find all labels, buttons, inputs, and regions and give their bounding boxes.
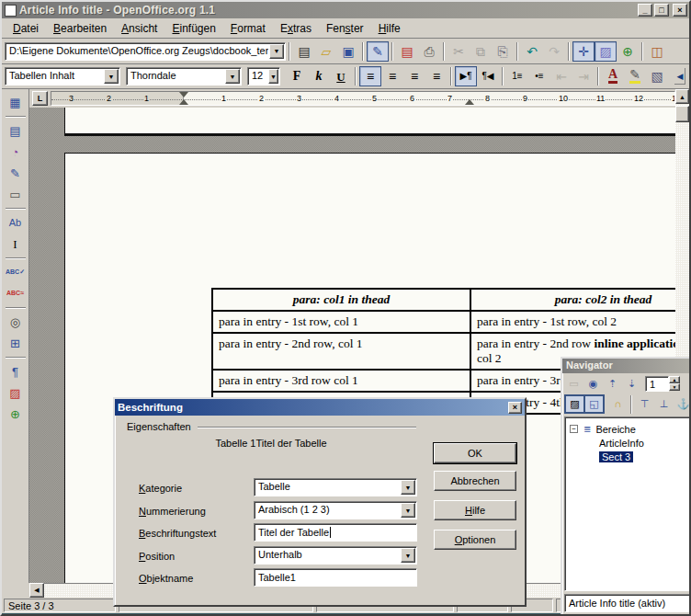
numbering-button[interactable]: 1≡ — [506, 66, 528, 86]
auto-spellcheck-button[interactable]: ABC≈ — [4, 283, 28, 304]
menu-bearbeiten[interactable]: Bearbeiten — [46, 19, 114, 38]
tree-item-bereiche[interactable]: − ≣ Bereiche — [565, 422, 690, 436]
url-dropdown-button[interactable]: ▼ — [269, 44, 284, 59]
undo-button[interactable]: ↶ — [521, 41, 543, 62]
spellcheck-button[interactable]: ABC✓ — [4, 262, 28, 283]
tree-item-articleinfo[interactable]: ArticleInfo — [565, 436, 690, 450]
kategorie-value[interactable]: Tabelle — [255, 479, 400, 496]
anchor-text-button[interactable]: ⚓ — [674, 395, 691, 413]
toggle-button[interactable]: ▭ — [564, 375, 583, 393]
kategorie-combobox[interactable]: Tabelle ▼ — [254, 478, 417, 496]
content-view-master-button[interactable]: ▨ — [565, 395, 584, 413]
ruler-strip[interactable]: 3 2 1 1 2 3 4 5 6 7 8 9 10 11 — [51, 91, 675, 106]
vertical-scroll-thumb[interactable] — [675, 106, 689, 122]
font-size-combobox[interactable]: 12 ▼ — [247, 67, 280, 86]
background-color-button[interactable]: ▧ — [646, 66, 668, 86]
paragraph-style-value[interactable]: Tabellen Inhalt — [6, 68, 103, 85]
collapse-expander-icon[interactable]: − — [570, 425, 578, 433]
menu-fenster[interactable]: Fenster — [319, 19, 371, 38]
paste-button[interactable]: ⎘ — [492, 41, 514, 62]
gallery-button[interactable]: ◫ — [646, 41, 668, 62]
highlighting-button[interactable]: ✎ — [624, 66, 646, 86]
navigator-button[interactable]: ✛ — [572, 41, 595, 62]
tree-item-sect3[interactable]: Sect 3 — [565, 450, 690, 463]
nummerierung-dropdown-button[interactable]: ▼ — [401, 503, 415, 518]
bold-button[interactable]: F — [286, 66, 308, 86]
scroll-left-arrow[interactable]: ◀ — [29, 583, 44, 598]
page-number-spinner[interactable]: 1 ▲ ▼ — [645, 376, 680, 392]
previous-button[interactable]: ⇡ — [603, 375, 622, 393]
redo-button[interactable]: ↷ — [543, 41, 565, 62]
table-header-cell[interactable]: para: col2 in thead — [470, 289, 675, 311]
menu-hilfe[interactable]: Hilfe — [371, 19, 408, 38]
insert-objects-button[interactable]: ◔ — [4, 142, 28, 163]
nummerierung-combobox[interactable]: Arabisch (1 2 3) ▼ — [254, 501, 417, 519]
decrease-indent-button[interactable]: ⇤ — [550, 66, 572, 86]
hyperlink-button[interactable]: ⊕ — [617, 41, 639, 62]
menu-extras[interactable]: Extras — [273, 19, 319, 38]
table-cell[interactable]: para in entry - 1st row, col 1 — [212, 311, 470, 333]
url-input[interactable]: D:\Eigene Dokumente\OpenOffice.org Zeugs… — [6, 43, 268, 60]
form-functions-button[interactable]: ▭ — [4, 184, 28, 205]
font-name-combobox[interactable]: Thorndale ▼ — [126, 67, 242, 86]
save-button[interactable]: ▣ — [337, 41, 359, 62]
kategorie-dropdown-button[interactable]: ▼ — [401, 480, 415, 495]
insert-fields-button[interactable]: ▤ — [4, 120, 28, 142]
italic-button[interactable]: k — [308, 66, 330, 86]
close-button[interactable]: × — [673, 4, 687, 17]
position-dropdown-button[interactable]: ▼ — [401, 548, 415, 563]
menu-format[interactable]: Format — [223, 19, 273, 38]
left-indent-marker[interactable] — [179, 99, 188, 105]
increase-indent-button[interactable]: ⇥ — [572, 66, 595, 86]
next-button[interactable]: ⇣ — [622, 375, 641, 393]
ok-button[interactable]: OK — [434, 443, 516, 463]
navigation-button[interactable]: ◉ — [583, 375, 603, 393]
help-button[interactable]: Hilfe — [434, 500, 516, 520]
table-cell[interactable]: para in entry - 1st row, col 2 — [470, 311, 675, 333]
objektname-input[interactable]: Tabelle1 — [254, 568, 417, 587]
style-dropdown-button[interactable]: ▼ — [104, 69, 119, 84]
open-button[interactable]: ▱ — [315, 41, 337, 62]
align-right-button[interactable]: ≡ — [403, 66, 425, 86]
options-button[interactable]: Optionen — [434, 530, 516, 550]
menu-einfuegen[interactable]: Einfügen — [164, 19, 222, 38]
style-combobox[interactable]: Tabellen Inhalt ▼ — [5, 67, 120, 86]
direct-cursor-button[interactable]: I — [4, 234, 28, 255]
minimize-button[interactable]: _ — [638, 4, 652, 17]
right-indent-marker[interactable] — [465, 99, 474, 105]
beschriftungstext-input[interactable]: Titel der Tabelle — [254, 523, 417, 542]
dialog-close-button[interactable]: × — [508, 402, 522, 414]
header-button[interactable]: ⊤ — [635, 395, 654, 413]
online-layout-button[interactable]: ⊕ — [4, 404, 28, 425]
menu-ansicht[interactable]: Ansicht — [114, 19, 164, 38]
first-line-indent-marker[interactable] — [179, 92, 188, 97]
align-left-button[interactable]: ≡ — [359, 66, 381, 86]
underline-button[interactable]: U — [330, 66, 352, 86]
table-header-cell[interactable]: para: col1 in thead — [212, 289, 470, 311]
tab-selector[interactable]: L — [32, 91, 48, 106]
font-color-button[interactable]: A — [602, 66, 624, 86]
autotext-button[interactable]: Ab — [4, 212, 28, 234]
cut-button[interactable]: ✂ — [447, 41, 470, 62]
content-view-button[interactable]: ◱ — [584, 395, 604, 413]
position-combobox[interactable]: Unterhalb ▼ — [254, 546, 417, 565]
set-reminder-button[interactable]: ∩ — [608, 395, 628, 413]
insert-button[interactable]: ▦ — [4, 92, 28, 113]
navigator-document-selector[interactable]: Article Info title (aktiv) — [564, 594, 691, 612]
menu-datei[interactable]: Datei — [6, 19, 46, 38]
table-cell[interactable]: para in entry - 2nd row, col 1 — [212, 333, 470, 370]
toolbar-collapse-button[interactable]: ◀ — [674, 67, 686, 86]
new-document-button[interactable]: ▤ — [293, 41, 315, 62]
graphics-onoff-button[interactable]: ▨ — [4, 382, 28, 404]
font-dropdown-button[interactable]: ▼ — [225, 69, 240, 84]
left-to-right-button[interactable]: ▶¶ — [455, 66, 477, 86]
stylist-button[interactable]: ▨ — [595, 41, 617, 62]
footer-button[interactable]: ⊥ — [654, 395, 674, 413]
navigator-tree[interactable]: − ≣ Bereiche ArticleInfo Sect 3 — [564, 416, 691, 591]
draw-functions-button[interactable]: ✎ — [4, 163, 28, 184]
nonprinting-characters-button[interactable]: ¶ — [4, 361, 28, 382]
right-to-left-button[interactable]: ¶◀ — [477, 66, 499, 86]
table-cell[interactable]: para in entry - 3rd row col 1 — [212, 370, 470, 392]
url-combobox[interactable]: D:\Eigene Dokumente\OpenOffice.org Zeugs… — [5, 42, 286, 61]
print-button[interactable]: ⎙ — [418, 41, 440, 62]
